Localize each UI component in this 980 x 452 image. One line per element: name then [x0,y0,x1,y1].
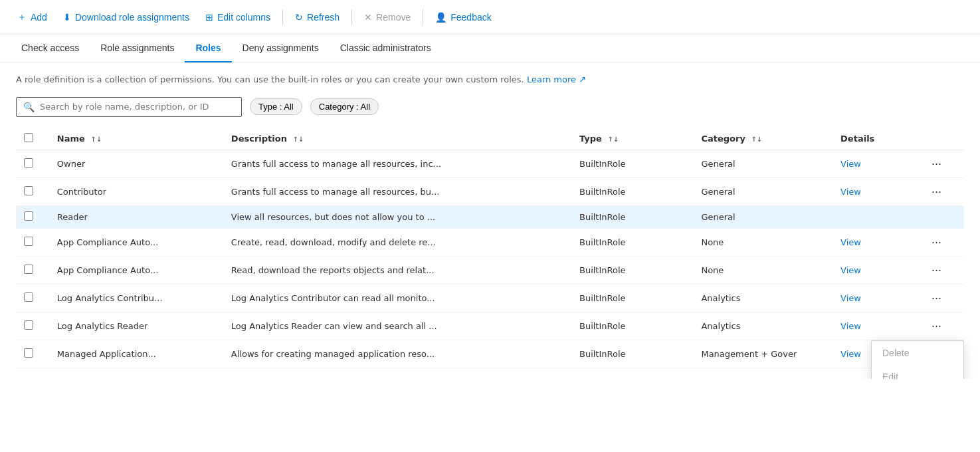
col-header-name[interactable]: Name ↑↓ [49,128,223,150]
separator-3 [423,9,423,25]
row-checkbox-4[interactable] [24,237,33,246]
type-filter-chip[interactable]: Type : All [250,98,302,115]
edit-columns-label: Edit columns [217,12,270,23]
row-checkbox-5[interactable] [24,265,33,274]
learn-more-link[interactable]: Learn more ↗ [527,74,586,84]
select-all-cell [16,128,49,150]
row-type-7: BuiltInRole [571,312,693,340]
filters-row: 🔍 Type : All Category : All [16,97,964,117]
view-link-5[interactable]: View [840,265,861,275]
remove-label: Remove [376,12,411,23]
download-icon: ⬇ [63,12,71,23]
feedback-icon: 👤 [435,12,446,23]
row-checkbox-cell [16,312,49,340]
row-name-5: App Compliance Auto... [49,256,223,284]
row-details-2: View [833,177,920,205]
col-header-description[interactable]: Description ↑↓ [223,128,571,150]
view-link-7[interactable]: View [840,321,861,331]
tab-check-access[interactable]: Check access [11,35,90,62]
view-link-4[interactable]: View [840,237,861,247]
add-button[interactable]: ＋ Add [11,7,54,27]
more-button-6[interactable]: ··· [928,290,945,306]
row-checkbox-2[interactable] [24,186,33,195]
remove-icon: ✕ [364,12,372,23]
row-desc-5: Read, download the reports objects and r… [223,256,571,284]
table-row: Log Analytics Reader Log Analytics Reade… [16,312,964,340]
download-button[interactable]: ⬇ Download role assignments [56,8,196,27]
category-filter-chip[interactable]: Category : All [310,98,379,115]
more-button-5[interactable]: ··· [928,262,945,279]
more-button-2[interactable]: ··· [928,183,945,200]
remove-button[interactable]: ✕ Remove [357,8,417,27]
row-actions-2: ··· [920,177,964,205]
row-type-2: BuiltInRole [571,177,693,205]
tab-deny-assignments[interactable]: Deny assignments [232,35,330,62]
search-box: 🔍 [16,97,242,117]
feedback-button[interactable]: 👤 Feedback [429,8,498,27]
row-desc-6: Log Analytics Contributor can read all m… [223,284,571,312]
row-actions-1: ··· [920,150,964,177]
desc-sort-icons: ↑↓ [292,136,304,143]
col-header-category[interactable]: Category ↑↓ [693,128,833,150]
row-checkbox-6[interactable] [24,292,33,302]
row-category-2: General [693,177,833,205]
table-row: Owner Grants full access to manage all r… [16,150,964,177]
context-menu-edit[interactable]: Edit [872,365,963,379]
row-checkbox-3[interactable] [24,211,33,221]
row-category-8: Management + Gover [693,340,833,368]
row-category-4: None [693,228,833,256]
content-area: A role definition is a collection of per… [0,62,980,379]
toolbar: ＋ Add ⬇ Download role assignments ⊞ Edit… [0,0,980,35]
search-input[interactable] [40,102,235,112]
row-desc-1: Grants full access to manage all resourc… [223,150,571,177]
type-sort-icons: ↑↓ [607,136,619,143]
context-menu-delete[interactable]: Delete [872,341,963,365]
row-checkbox-1[interactable] [24,158,33,168]
refresh-button[interactable]: ↻ Refresh [288,8,346,27]
row-desc-4: Create, read, download, modify and delet… [223,228,571,256]
row-actions-7: ··· [920,312,964,340]
row-desc-2: Grants full access to manage all resourc… [223,177,571,205]
table-row: App Compliance Auto... Read, download th… [16,256,964,284]
row-type-3: BuiltInRole [571,205,693,228]
tab-classic-administrators[interactable]: Classic administrators [330,35,442,62]
more-button-4[interactable]: ··· [928,234,945,251]
roles-table: Name ↑↓ Description ↑↓ Type ↑↓ Category … [16,128,964,368]
row-category-3: General [693,205,833,228]
row-details-3 [833,205,920,228]
row-category-6: Analytics [693,284,833,312]
row-actions-4: ··· [920,228,964,256]
roles-table-container: Name ↑↓ Description ↑↓ Type ↑↓ Category … [16,128,964,368]
description-text: A role definition is a collection of per… [16,73,964,86]
row-details-6: View [833,284,920,312]
col-header-details: Details [833,128,920,150]
row-type-1: BuiltInRole [571,150,693,177]
row-actions-6: ··· [920,284,964,312]
row-details-4: View [833,228,920,256]
view-link-8[interactable]: View [840,349,861,359]
row-type-6: BuiltInRole [571,284,693,312]
row-name-4: App Compliance Auto... [49,228,223,256]
context-menu: Delete Edit Clone [871,340,964,379]
view-link-2[interactable]: View [840,187,861,197]
table-row: Reader View all resources, but does not … [16,205,964,228]
table-row: Managed Application... Allows for creati… [16,340,964,368]
table-row: Contributor Grants full access to manage… [16,177,964,205]
row-checkbox-cell [16,150,49,177]
tab-role-assignments[interactable]: Role assignments [90,35,185,62]
tab-roles[interactable]: Roles [185,35,231,62]
edit-columns-button[interactable]: ⊞ Edit columns [199,8,277,27]
refresh-label: Refresh [307,12,340,23]
row-desc-7: Log Analytics Reader can view and search… [223,312,571,340]
select-all-checkbox[interactable] [24,133,33,142]
more-button-7[interactable]: ··· [928,318,945,334]
view-link-1[interactable]: View [840,159,861,169]
row-checkbox-7[interactable] [24,320,33,330]
view-link-6[interactable]: View [840,293,861,303]
row-checkbox-cell [16,228,49,256]
more-button-1[interactable]: ··· [928,156,945,172]
row-desc-3: View all resources, but does not allow y… [223,205,571,228]
row-name-8: Managed Application... [49,340,223,368]
col-header-type[interactable]: Type ↑↓ [571,128,693,150]
row-checkbox-8[interactable] [24,348,33,358]
